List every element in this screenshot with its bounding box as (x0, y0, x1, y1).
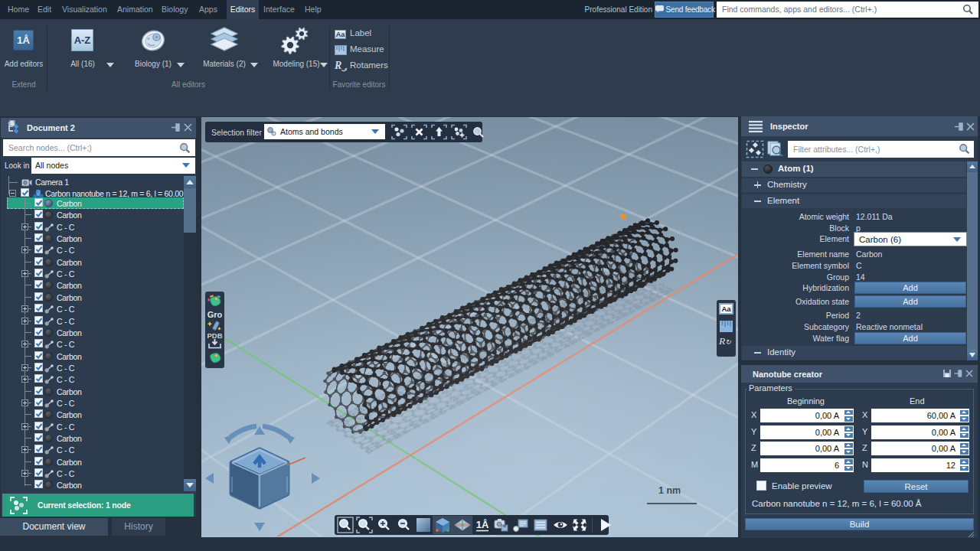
svg-text:1Å: 1Å (476, 519, 489, 530)
svg-text:R: R (334, 60, 341, 71)
